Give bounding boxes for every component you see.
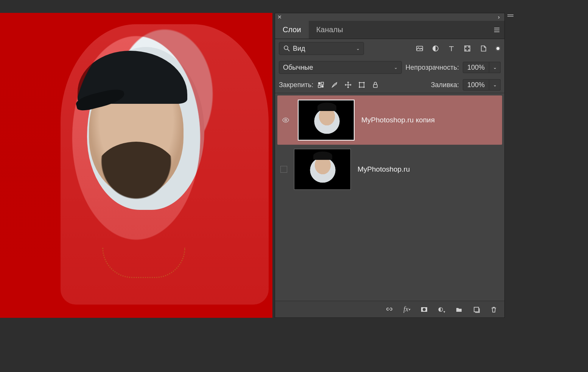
svg-point-6 [465, 50, 466, 50]
svg-rect-13 [373, 84, 377, 88]
chevron-down-icon: ⌄ [394, 65, 398, 70]
fill-stepper[interactable]: ⌄ [489, 79, 501, 91]
visibility-toggle[interactable] [280, 115, 291, 125]
new-adjustment-button[interactable]: ▾ [438, 306, 445, 313]
svg-rect-9 [321, 82, 324, 84]
svg-rect-11 [321, 85, 324, 88]
svg-rect-12 [359, 83, 364, 87]
svg-point-16 [423, 308, 426, 311]
svg-rect-8 [318, 82, 320, 84]
layer-name[interactable]: MyPhotoshop.ru [358, 165, 410, 173]
opacity-stepper[interactable]: ⌄ [489, 62, 501, 73]
collapsed-panel-indicator [507, 14, 513, 15]
lock-label: Закрепить: [279, 81, 313, 89]
quick-mask-overlay [0, 13, 272, 318]
layers-footer: fx▾ ▾ [275, 301, 504, 317]
layer-row[interactable]: MyPhotoshop.ru копия [277, 95, 502, 145]
opacity-label: Непрозрачность: [406, 64, 459, 72]
close-panel-button[interactable]: ✕ [277, 14, 282, 20]
workspace: ✕ ›› Слои Каналы Вид ⌄ [0, 0, 588, 372]
fill-label: Заливка: [431, 81, 459, 89]
layers-panel: ✕ ›› Слои Каналы Вид ⌄ [275, 13, 505, 318]
filter-kind-label: Вид [291, 45, 356, 53]
hamburger-icon [493, 26, 501, 34]
lock-move-icon[interactable] [344, 81, 352, 89]
panel-menu-button[interactable] [489, 21, 504, 39]
opacity-value: 100% [467, 64, 485, 72]
layer-thumbnail[interactable] [298, 100, 355, 141]
layer-name[interactable]: MyPhotoshop.ru копия [361, 116, 435, 124]
blend-mode-select[interactable]: Обычные ⌄ [279, 61, 402, 74]
link-layers-icon[interactable] [386, 306, 393, 313]
lock-pixels-icon[interactable] [317, 81, 325, 89]
eye-icon [282, 116, 289, 124]
fx-button[interactable]: fx▾ [403, 306, 411, 313]
chevron-down-icon: ⌄ [356, 46, 360, 51]
svg-point-5 [468, 47, 469, 47]
new-layer-button[interactable] [473, 306, 480, 313]
blend-mode-row: Обычные ⌄ Непрозрачность: 100% ⌄ [275, 58, 504, 77]
canvas[interactable] [0, 13, 272, 318]
blend-mode-value: Обычные [283, 64, 313, 72]
fill-input[interactable]: 100% [463, 79, 489, 91]
layer-filter-row: Вид ⌄ [275, 39, 504, 58]
layer-thumbnail[interactable] [294, 149, 351, 190]
svg-rect-10 [318, 85, 320, 88]
opacity-input[interactable]: 100% [463, 62, 489, 73]
add-mask-button[interactable] [420, 306, 428, 313]
layer-row[interactable]: MyPhotoshop.ru [277, 145, 502, 194]
tab-layers[interactable]: Слои [275, 21, 309, 39]
filter-toggle[interactable] [495, 46, 501, 51]
tab-channels[interactable]: Каналы [309, 21, 351, 39]
svg-point-0 [284, 46, 288, 50]
svg-point-14 [285, 119, 287, 121]
fill-value: 100% [467, 81, 485, 89]
filter-shape-icon[interactable] [464, 45, 471, 52]
lock-row: Закрепить: Заливка: 100% ⌄ [275, 77, 504, 93]
svg-point-7 [468, 50, 469, 50]
collapsed-panel-dock[interactable] [505, 13, 516, 372]
filter-type-icon[interactable] [448, 45, 455, 52]
panel-tabs: Слои Каналы [275, 21, 504, 39]
collapse-panel-button[interactable]: ›› [498, 14, 498, 20]
visibility-toggle[interactable] [280, 166, 287, 173]
filter-image-icon[interactable] [416, 45, 423, 52]
layers-list: MyPhotoshop.ru копия MyPhotoshop.ru [275, 93, 504, 301]
lock-all-icon[interactable] [372, 81, 379, 89]
lock-brush-icon[interactable] [331, 81, 338, 89]
delete-layer-button[interactable] [490, 306, 498, 313]
svg-point-4 [465, 47, 466, 47]
filter-adjustment-icon[interactable] [432, 45, 439, 52]
filter-smartobject-icon[interactable] [479, 45, 487, 52]
filter-kind-select[interactable]: Вид ⌄ [279, 42, 364, 55]
svg-rect-18 [474, 307, 479, 312]
search-icon [283, 45, 291, 52]
lock-artboard-icon[interactable] [358, 81, 366, 89]
new-group-button[interactable] [455, 306, 463, 313]
